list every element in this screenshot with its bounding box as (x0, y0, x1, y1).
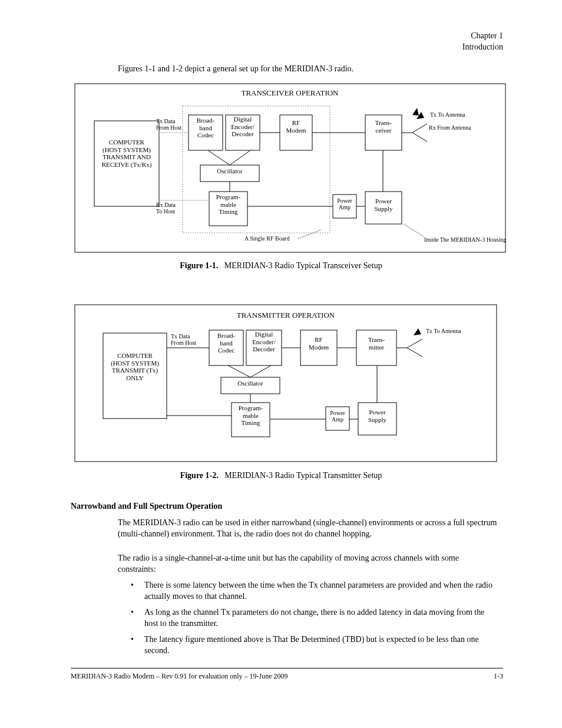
fig6-svg: TRANSMITTER OPERATION COMPUTER (HOST SYS… (74, 304, 498, 463)
page: Chapter 1 Introduction Figures 1-1 and 1… (0, 0, 562, 728)
fig5-trx: Trans- ceiver (365, 119, 402, 134)
fig6-txant: Tx To Antenna (426, 328, 461, 334)
footer-left: MERIDIAN-3 Radio Modem – Rev 0.91 for ev… (71, 672, 288, 681)
fig6-enc: Digital Encoder/ Decoder (246, 331, 282, 353)
svg-line-42 (228, 365, 250, 377)
svg-line-27 (404, 224, 424, 237)
fig5-svg: TRANSCEIVER OPERATION COMPUTER (HOST SYS… (74, 83, 507, 253)
figure-transmitter: TRANSMITTER OPERATION COMPUTER (HOST SYS… (74, 304, 498, 463)
fig5-caption: Figure 1-1. MERIDIAN-3 Radio Typical Tra… (0, 261, 562, 272)
fig5-rf: RF Modem (280, 119, 312, 134)
bullet-2: As long as the channel Tx parameters do … (144, 607, 497, 630)
fig6-osc: Oscillator (221, 380, 280, 387)
fig5-amp: Power Amp (333, 197, 356, 210)
fig5-txdata: Tx Data From Host (156, 118, 191, 131)
footer-right: 1-3 (494, 672, 503, 681)
narrow-p1: The MERIDIAN-3 radio can be used in eith… (118, 518, 497, 540)
svg-line-50 (407, 348, 422, 357)
svg-line-26 (297, 230, 321, 239)
fig5-in-housing: Inside The MERIDIAN-3 Housing (424, 236, 507, 243)
fig5-host: COMPUTER (HOST SYSTEM) TRANSMIT AND RECE… (94, 139, 159, 169)
fig6-prog: Program- mable Timing (232, 404, 270, 427)
narrowband-heading: Narrowband and Full Spectrum Operation (71, 501, 222, 512)
svg-line-43 (250, 365, 271, 377)
fig6-bbc: Broad- band Codec (209, 332, 243, 354)
bullet-3-dot: • (131, 634, 134, 645)
svg-marker-51 (414, 328, 421, 335)
fig6-txdata: Tx Data From Host (171, 333, 206, 346)
fig6-caption: Figure 1-2. MERIDIAN-3 Radio Typical Tra… (0, 470, 562, 482)
narrow-p2: The radio is a single-channel-at-a-time … (118, 553, 497, 575)
figure-transceiver: TRANSCEIVER OPERATION COMPUTER (HOST SYS… (74, 83, 507, 253)
fig5-enc: Digital Encoder/ Decoder (226, 116, 260, 138)
fig6-amp: Power Amp (326, 410, 349, 423)
bullet-1: There is some latency between the time w… (144, 580, 497, 602)
svg-line-49 (407, 339, 422, 348)
fig6-title: TRANSMITTER OPERATION (237, 311, 335, 319)
fig5-rxdata: Rx Data To Host (156, 202, 191, 215)
svg-line-23 (412, 133, 427, 141)
fig6-host: COMPUTER (HOST SYSTEM) TRANSMIT (Tx) ONL… (103, 352, 167, 382)
svg-line-22 (412, 124, 427, 133)
svg-marker-25 (412, 108, 419, 116)
fig5-osc: Oscillator (200, 167, 259, 175)
fig6-trx: Trans- mitter (356, 336, 396, 351)
fig5-ps: Power Supply (365, 197, 402, 212)
bullet-1-dot: • (131, 580, 134, 591)
runhead-title: Introduction (462, 42, 503, 51)
fig5-txant: Tx To Antenna (430, 111, 465, 118)
intro-text: Figures 1-1 and 1-2 depict a general set… (118, 64, 497, 75)
fig6-ps: Power Supply (358, 409, 396, 423)
bullet-3: The latency figure mentioned above is Th… (144, 634, 497, 657)
fig6-rf: RF Modem (300, 336, 337, 351)
fig5-bbc: Broad- band Codec (189, 117, 223, 139)
svg-line-16 (230, 150, 250, 165)
fig5-rxant: Rx From Antenna (429, 124, 471, 131)
bullet-2-dot: • (131, 607, 134, 618)
page-footer: MERIDIAN-3 Radio Modem – Rev 0.91 for ev… (71, 668, 503, 681)
fig5-prog: Program- mable Timing (209, 193, 247, 216)
fig5-title: TRANSCEIVER OPERATION (241, 88, 339, 97)
fig5-single-rf: A Single RF Board (244, 235, 289, 242)
runhead-chapter: Chapter 1 (471, 31, 503, 40)
svg-line-15 (208, 150, 230, 165)
